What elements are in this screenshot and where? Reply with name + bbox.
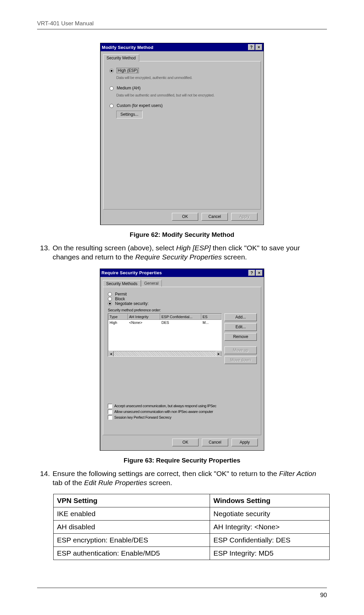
radio-high-desc: Data will be encrypted, authentic and un… [116,76,254,80]
cell: ESP authentication: Enable/MD5 [54,547,210,560]
radio-medium-desc: Data will be authentic and unmodified, b… [116,93,254,97]
checkbox-icon [108,415,112,420]
tab-area: Security MethodsGeneral Permit Block Neg… [100,277,264,435]
text: tab of the [53,479,84,486]
text-italic: Require Security Properties [135,253,222,261]
remove-button[interactable]: Remove [224,333,257,341]
text: screen. [222,253,247,261]
radio-custom[interactable]: Custom (for expert users) [110,103,254,108]
cell: ESP encryption: Enable/DES [54,534,210,547]
movedown-button[interactable]: Move down [224,356,257,364]
checkbox-label: Accept unsecured communication, but alwa… [114,404,216,408]
radio-icon [108,297,112,301]
footer-rule [37,588,327,588]
radio-permit-label: Permit [115,292,127,297]
document-page: VRT-401 User Manual Modify Security Meth… [0,0,364,560]
cell-type: High [108,320,128,325]
tab-body: High (ESP) Data will be encrypted, authe… [103,61,261,209]
cell: AH disabled [54,521,210,534]
figure-caption-63: Figure 63: Require Security Properties [37,457,327,464]
radio-permit[interactable]: Permit [108,292,256,297]
scroll-left-icon[interactable]: ◄ [108,351,114,356]
checkbox-pfs[interactable]: Session key Perfect Forward Secrecy [108,415,256,420]
list-move-buttons: Move up Move down [224,346,257,364]
ok-button[interactable]: OK [172,439,199,446]
table-row: IKE enabled Negotiate security [54,507,330,521]
modify-security-dialog: Modify Security Method ? × Security Meth… [100,43,264,225]
cancel-button[interactable]: Cancel [202,439,228,446]
dialog-title: Require Security Properties [101,270,248,275]
ok-button[interactable]: OK [172,213,198,221]
cancel-button[interactable]: Cancel [202,213,228,221]
col-esp: ESP Confidential... [160,314,201,320]
scrollbar-horizontal[interactable]: ◄ ► [108,351,221,356]
checkbox-group: Accept unsecured communication, but alwa… [108,404,256,420]
list-row[interactable]: High <None> DES M... [108,320,221,325]
radio-icon [108,292,112,296]
tab-general[interactable]: General [141,280,162,287]
dialog-title: Modify Security Method [102,45,247,50]
radio-medium[interactable]: Medium (AH) [110,86,254,90]
checkbox-icon [108,404,112,408]
settings-button[interactable]: Settings... [116,111,143,118]
text-italic: Filter Action [279,470,316,477]
checkbox-label: Allow unsecured communication with non I… [114,410,213,414]
dialog-buttons: OK Cancel Apply [172,439,258,446]
apply-button[interactable]: Apply [232,439,258,446]
help-icon[interactable]: ? [248,44,255,50]
checkbox-accept-unsecured[interactable]: Accept unsecured communication, but alwa… [108,404,256,408]
security-methods-list[interactable]: Type AH Integrity ESP Confidential... ES… [108,313,222,357]
edit-button[interactable]: Edit... [224,323,257,331]
moveup-button[interactable]: Move up [224,346,257,354]
tab-body: Permit Block Negotiate security: Securit… [103,287,261,435]
apply-button[interactable]: Apply [231,213,257,221]
table-row: ESP authentication: Enable/MD5 ESP Integ… [54,547,330,560]
list-number: 13. [37,243,53,262]
figure-caption-62: Figure 62: Modify Security Method [37,231,327,239]
scroll-right-icon[interactable]: ► [216,351,221,356]
cell: AH Integrity: <None> [210,521,330,534]
settings-button-wrap: Settings... [116,111,254,118]
radio-high[interactable]: High (ESP) [110,68,254,73]
radio-icon [110,104,114,108]
text-italic: High [ESP] [176,244,211,252]
text: On the resulting screen (above), select [53,244,176,252]
titlebar: Require Security Properties ? × [100,269,264,277]
radio-custom-label: Custom (for expert users) [117,103,162,108]
page-number: 90 [320,592,327,599]
close-icon[interactable]: × [256,270,263,276]
checkbox-allow-unsecured[interactable]: Allow unsecured communication with non I… [108,410,256,414]
header-rule [37,29,327,29]
preference-label: Security method preference order: [108,308,256,312]
cell: ESP Confidentially: DES [210,534,330,547]
text-italic: Edit Rule Properties [84,479,147,486]
cell-esp: DES [160,320,201,325]
dialog-buttons: OK Cancel Apply [172,213,257,221]
step-14: 14. Ensure the following settings are co… [37,469,327,487]
text: Ensure the following settings are correc… [53,470,279,477]
th-windows-setting: Windows Setting [210,494,330,507]
require-security-dialog: Require Security Properties ? × Security… [100,269,264,451]
step-13: 13. On the resulting screen (above), sel… [37,243,327,262]
cell: Negotiate security [210,507,330,521]
tab-security-method[interactable]: Security Method [103,54,139,61]
list-number: 14. [37,469,53,487]
checkbox-icon [108,410,112,414]
help-icon[interactable]: ? [248,270,255,276]
radio-icon [108,302,112,306]
radio-icon [110,86,114,90]
radio-block[interactable]: Block [108,297,256,301]
close-icon[interactable]: × [255,44,262,50]
radio-negotiate-label: Negotiate security: [115,301,148,306]
col-type: Type [108,314,128,320]
cell-ah: <None> [128,320,160,325]
tab-security-methods[interactable]: Security Methods [103,280,141,287]
add-button[interactable]: Add... [224,313,257,321]
radio-negotiate[interactable]: Negotiate security: [108,301,256,306]
titlebar: Modify Security Method ? × [100,43,264,51]
radio-group: High (ESP) Data will be encrypted, authe… [110,68,254,118]
th-vpn-setting: VPN Setting [54,494,210,507]
radio-block-label: Block [115,297,125,301]
tab-area: Security Method High (ESP) Data will be … [100,51,264,209]
settings-table: VPN Setting Windows Setting IKE enabled … [53,494,330,560]
